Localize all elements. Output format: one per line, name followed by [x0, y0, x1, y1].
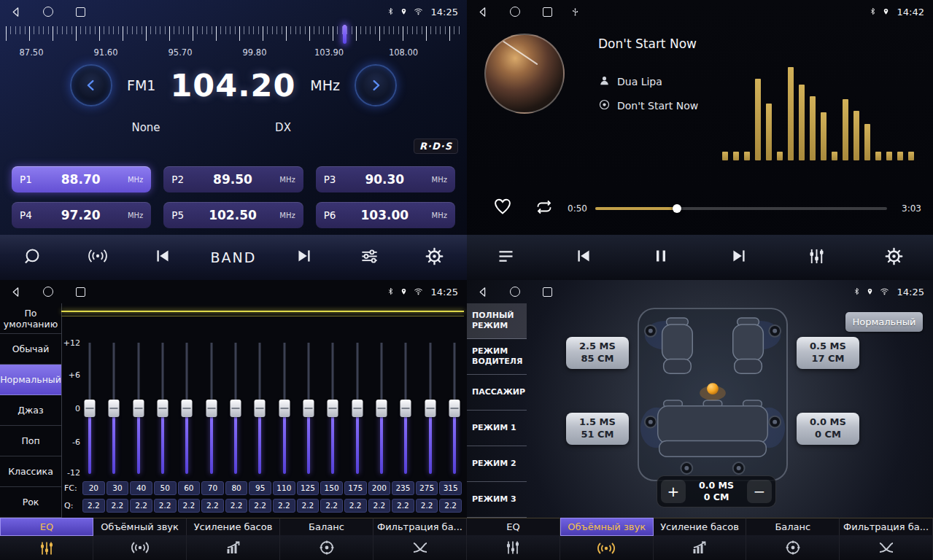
eq-preset-jazz[interactable]: Джаз: [0, 395, 61, 426]
next-station-button[interactable]: [287, 240, 322, 275]
mode-item-2[interactable]: РЕЖИМ 2: [467, 446, 527, 482]
fc-value-chip[interactable]: 175: [344, 481, 367, 495]
eq-preset-normal[interactable]: Нормальный: [0, 365, 61, 395]
home-button[interactable]: [41, 284, 55, 299]
fc-value-chip[interactable]: 110: [273, 481, 295, 495]
recents-button[interactable]: [540, 4, 554, 19]
previous-station-button[interactable]: [145, 240, 180, 275]
fc-value-chip[interactable]: 315: [439, 481, 462, 495]
front-left-delay-button[interactable]: 2.5 MS 85 CM: [566, 337, 629, 369]
eq-slider-knob[interactable]: [303, 400, 314, 417]
eq-band-slider[interactable]: [351, 343, 364, 474]
scan-button[interactable]: [15, 240, 50, 275]
decrease-delay-button[interactable]: −: [747, 480, 772, 503]
eq-slider-knob[interactable]: [400, 400, 411, 417]
eq-preset-rock[interactable]: Рок: [0, 487, 61, 518]
next-track-button[interactable]: [721, 240, 756, 275]
fc-value-chip[interactable]: 20: [82, 481, 105, 495]
eq-slider-knob[interactable]: [230, 400, 241, 417]
eq-slider-knob[interactable]: [352, 400, 363, 417]
q-value-chip[interactable]: 2.2: [439, 499, 462, 513]
fc-value-chip[interactable]: 30: [107, 481, 129, 495]
mode-item-1[interactable]: РЕЖИМ 1: [467, 411, 527, 446]
q-value-chip[interactable]: 2.2: [297, 499, 320, 513]
preset-button-p3[interactable]: P3 90.30 MHz: [316, 166, 455, 192]
sound-preset-button[interactable]: Нормальный: [845, 312, 923, 332]
preset-button-p5[interactable]: P5 102.50 MHz: [163, 202, 303, 228]
tune-settings-button[interactable]: [352, 240, 387, 275]
eq-preset-custom[interactable]: Обычай: [0, 334, 61, 365]
home-button[interactable]: [508, 4, 522, 19]
preset-button-p6[interactable]: P6 103.00 MHz: [316, 202, 455, 228]
fc-value-chip[interactable]: 80: [225, 481, 248, 495]
eq-slider-knob[interactable]: [157, 400, 168, 417]
fc-value-chip[interactable]: 50: [154, 481, 177, 495]
eq-preset-classic[interactable]: Классика: [0, 456, 61, 487]
q-value-chip[interactable]: 2.2: [416, 499, 438, 513]
q-value-chip[interactable]: 2.2: [225, 499, 248, 513]
eq-band-slider[interactable]: [399, 343, 412, 474]
repeat-button[interactable]: [534, 198, 554, 219]
fc-value-chip[interactable]: 70: [201, 481, 224, 495]
front-right-delay-button[interactable]: 0.5 MS 17 CM: [797, 337, 859, 369]
playlist-button[interactable]: [488, 240, 523, 275]
tab-filter[interactable]: Фильтрация ба...: [840, 518, 933, 560]
progress-knob[interactable]: [673, 204, 681, 213]
q-value-chip[interactable]: 2.2: [392, 499, 414, 513]
band-button[interactable]: BAND: [211, 240, 257, 275]
eq-preset-pop[interactable]: Поп: [0, 426, 61, 456]
increase-delay-button[interactable]: +: [661, 480, 686, 503]
eq-slider-knob[interactable]: [449, 400, 460, 417]
eq-slider-knob[interactable]: [85, 400, 96, 417]
home-button[interactable]: [41, 4, 55, 19]
tuning-indicator[interactable]: [343, 25, 347, 44]
eq-slider-knob[interactable]: [376, 400, 387, 417]
eq-band-slider[interactable]: [205, 343, 218, 474]
eq-slider-knob[interactable]: [328, 400, 338, 417]
tab-surround[interactable]: Объёмный звук: [560, 518, 654, 560]
q-value-chip[interactable]: 2.2: [368, 499, 391, 513]
q-value-chip[interactable]: 2.2: [130, 499, 152, 513]
q-value-chip[interactable]: 2.2: [344, 499, 367, 513]
fc-value-chip[interactable]: 275: [416, 481, 438, 495]
tune-down-button[interactable]: [70, 64, 112, 106]
tab-filter[interactable]: Фильтрация ба...: [373, 518, 467, 560]
back-button[interactable]: [9, 284, 23, 299]
eq-band-slider[interactable]: [229, 343, 242, 474]
fc-value-chip[interactable]: 150: [320, 481, 343, 495]
equalizer-button[interactable]: [799, 240, 834, 275]
mode-item-3[interactable]: РЕЖИМ 3: [467, 482, 527, 518]
q-value-chip[interactable]: 2.2: [82, 499, 105, 513]
eq-slider-knob[interactable]: [425, 400, 435, 417]
fc-value-chip[interactable]: 40: [130, 481, 152, 495]
back-button[interactable]: [476, 284, 490, 299]
q-value-chip[interactable]: 2.2: [107, 499, 129, 513]
preset-button-p1[interactable]: P1 88.70 MHz: [12, 166, 151, 192]
q-value-chip[interactable]: 2.2: [178, 499, 201, 513]
eq-band-slider[interactable]: [326, 343, 339, 474]
previous-track-button[interactable]: [566, 240, 601, 275]
recents-button[interactable]: [73, 284, 88, 299]
eq-band-slider[interactable]: [253, 343, 266, 474]
fc-value-chip[interactable]: 200: [368, 481, 391, 495]
q-value-chip[interactable]: 2.2: [249, 499, 271, 513]
fc-value-chip[interactable]: 235: [392, 481, 414, 495]
mode-item-driver[interactable]: РЕЖИМ ВОДИТЕЛЯ: [467, 339, 527, 375]
tab-eq[interactable]: EQ: [0, 518, 93, 560]
eq-slider-knob[interactable]: [206, 400, 217, 417]
q-value-chip[interactable]: 2.2: [320, 499, 343, 513]
tune-up-button[interactable]: [355, 64, 397, 106]
frequency-scale[interactable]: 87.50 91.60 95.70 99.80 103.90 108.00: [6, 25, 461, 60]
settings-button[interactable]: [877, 240, 912, 275]
back-button[interactable]: [9, 4, 23, 19]
eq-band-slider[interactable]: [107, 343, 120, 474]
tab-surround[interactable]: Объёмный звук: [93, 518, 187, 560]
eq-slider-knob[interactable]: [182, 400, 193, 417]
recents-button[interactable]: [540, 284, 554, 299]
mode-item-passenger[interactable]: ПАССАЖИР: [467, 375, 527, 411]
home-button[interactable]: [508, 284, 522, 299]
back-button[interactable]: [476, 4, 490, 19]
eq-slider-knob[interactable]: [109, 400, 120, 417]
tab-eq[interactable]: EQ: [467, 518, 560, 560]
preset-button-p4[interactable]: P4 97.20 MHz: [12, 202, 151, 228]
